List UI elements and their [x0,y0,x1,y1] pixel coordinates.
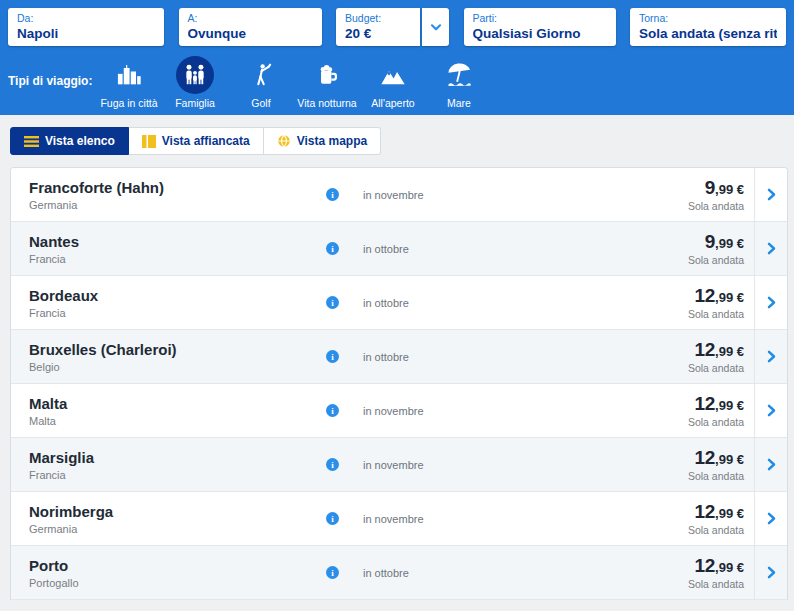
info-icon[interactable]: i [326,512,339,525]
chevron-right-icon [764,403,779,418]
trip-type-beach-umbrella[interactable]: Mare [426,56,492,109]
open-fare-button[interactable] [754,546,787,599]
globe-icon [277,134,291,148]
search-fields: Da: Napoli A: Ovunque Budget: 20 € Parti… [8,8,786,46]
trip-type-city[interactable]: Fuga in città [96,56,162,109]
price: 12,99 € [688,393,744,415]
travel-month: in novembre [363,459,688,471]
fare-row[interactable]: Marsiglia Francia i in novembre 12,99 € … [11,438,787,492]
trip-type-golf[interactable]: Golf [228,56,294,109]
return-label: Torna: [639,12,777,25]
price-decimals: ,99 € [715,506,744,521]
info-icon[interactable]: i [326,566,339,579]
open-fare-button[interactable] [754,276,787,329]
list-icon [24,135,39,148]
return-field[interactable]: Torna: Sola andata (senza ritorno) [630,8,786,46]
info-icon[interactable]: i [326,188,339,201]
chevron-right-icon [764,187,779,202]
open-fare-button[interactable] [754,330,787,383]
fare-type-note: Sola andata [688,308,744,320]
trip-type-label: Mare [447,97,471,109]
budget-field-group: Budget: 20 € [336,8,449,46]
open-fare-button[interactable] [754,222,787,275]
destination-label: A: [188,12,313,25]
trip-type-list: Fuga in città Famiglia Golf Vita notturn… [96,56,492,109]
price-integer: 9 [705,231,715,252]
fare-row[interactable]: Bordeaux Francia i in ottobre 12,99 € So… [11,276,787,330]
trip-type-beer-mug[interactable]: Vita notturna [294,56,360,109]
chevron-right-icon [764,457,779,472]
chevron-right-icon [764,241,779,256]
trip-type-label: Vita notturna [297,97,356,109]
return-value: Sola andata (senza ritorno) [639,25,777,42]
chevron-right-icon [764,511,779,526]
travel-month: in novembre [363,513,688,525]
price-integer: 12 [695,339,716,360]
price-decimals: ,99 € [715,560,744,575]
travel-month: in ottobre [363,351,688,363]
golf-icon [248,62,274,88]
destination-field[interactable]: A: Ovunque [179,8,322,46]
budget-dropdown-button[interactable] [422,8,449,46]
destination-city: Norimberga [29,503,314,521]
info-icon[interactable]: i [326,296,339,309]
price: 9,99 € [688,231,744,253]
fare-row[interactable]: Norimberga Germania i in novembre 12,99 … [11,492,787,546]
travel-month: in ottobre [363,297,688,309]
tab-label: Vista elenco [45,134,115,148]
travel-month: in ottobre [363,567,688,579]
destination-country: Germania [29,199,314,211]
price-integer: 12 [695,285,716,306]
destination-country: Belgio [29,361,314,373]
destination-city: Malta [29,395,314,413]
budget-field[interactable]: Budget: 20 € [336,8,420,46]
fare-row[interactable]: Bruxelles (Charleroi) Belgio i in ottobr… [11,330,787,384]
info-icon[interactable]: i [326,404,339,417]
destination-city: Nantes [29,233,314,251]
fare-row[interactable]: Malta Malta i in novembre 12,99 € Sola a… [11,384,787,438]
destination-block: Francoforte (Hahn) Germania [29,179,314,211]
fare-row-main: Francoforte (Hahn) Germania i in novembr… [11,168,754,221]
trip-type-mountains[interactable]: All'aperto [360,56,426,109]
price-block: 12,99 € Sola andata [688,447,754,482]
open-fare-button[interactable] [754,168,787,221]
price-block: 12,99 € Sola andata [688,501,754,536]
open-fare-button[interactable] [754,438,787,491]
price-integer: 12 [695,555,716,576]
price: 12,99 € [688,501,744,523]
beer-mug-icon [314,62,340,88]
search-header: Da: Napoli A: Ovunque Budget: 20 € Parti… [0,0,794,115]
chevron-down-icon [428,19,444,35]
destination-country: Portogallo [29,577,314,589]
tab-vista-elenco[interactable]: Vista elenco [10,127,129,155]
fare-row[interactable]: Porto Portogallo i in ottobre 12,99 € So… [11,546,787,600]
origin-field[interactable]: Da: Napoli [8,8,164,46]
beach-umbrella-icon [445,61,473,89]
destination-block: Malta Malta [29,395,314,427]
info-icon[interactable]: i [326,242,339,255]
results-list: Francoforte (Hahn) Germania i in novembr… [10,167,788,600]
fare-type-note: Sola andata [688,470,744,482]
fare-row[interactable]: Nantes Francia i in ottobre 9,99 € Sola … [11,222,787,276]
city-icon [115,61,143,89]
fare-row[interactable]: Francoforte (Hahn) Germania i in novembr… [11,168,787,222]
price-decimals: ,99 € [715,182,744,197]
info-icon[interactable]: i [326,350,339,363]
price-decimals: ,99 € [715,236,744,251]
fare-row-main: Porto Portogallo i in ottobre 12,99 € So… [11,546,754,599]
destination-block: Marsiglia Francia [29,449,314,481]
destination-value: Ovunque [188,25,313,42]
tab-vista-mappa[interactable]: Vista mappa [264,127,381,155]
info-icon[interactable]: i [326,458,339,471]
depart-field[interactable]: Parti: Qualsiasi Giorno [464,8,616,46]
tab-vista-affiancata[interactable]: Vista affiancata [129,127,264,155]
price: 12,99 € [688,285,744,307]
fare-type-note: Sola andata [688,524,744,536]
open-fare-button[interactable] [754,384,787,437]
fare-row-main: Norimberga Germania i in novembre 12,99 … [11,492,754,545]
price-decimals: ,99 € [715,398,744,413]
trip-type-family[interactable]: Famiglia [162,56,228,109]
open-fare-button[interactable] [754,492,787,545]
destination-block: Bruxelles (Charleroi) Belgio [29,341,314,373]
chevron-right-icon [764,295,779,310]
